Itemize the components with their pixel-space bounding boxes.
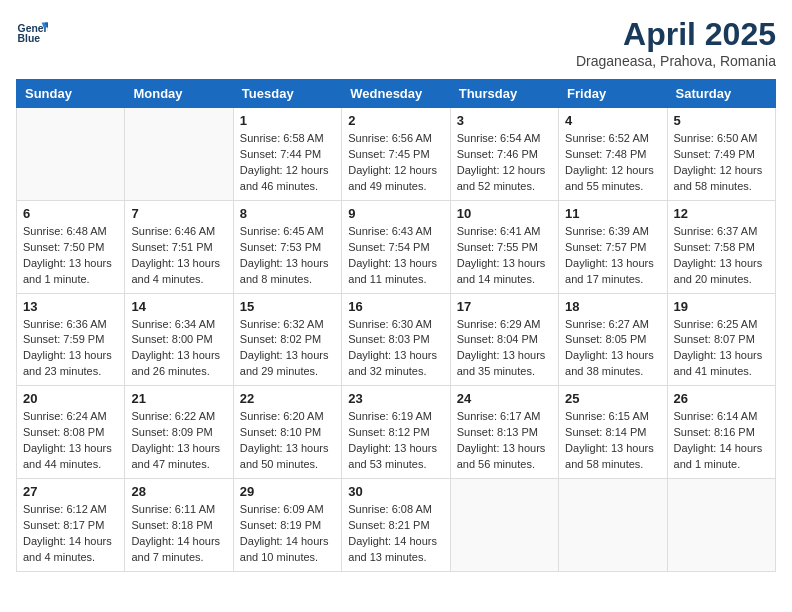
day-number: 26 (674, 391, 769, 406)
calendar-cell: 4Sunrise: 6:52 AM Sunset: 7:48 PM Daylig… (559, 108, 667, 201)
day-info: Sunrise: 6:14 AM Sunset: 8:16 PM Dayligh… (674, 409, 769, 473)
day-info: Sunrise: 6:34 AM Sunset: 8:00 PM Dayligh… (131, 317, 226, 381)
calendar-cell: 14Sunrise: 6:34 AM Sunset: 8:00 PM Dayli… (125, 293, 233, 386)
calendar-cell: 26Sunrise: 6:14 AM Sunset: 8:16 PM Dayli… (667, 386, 775, 479)
title-block: April 2025 Draganeasa, Prahova, Romania (576, 16, 776, 69)
calendar-cell: 17Sunrise: 6:29 AM Sunset: 8:04 PM Dayli… (450, 293, 558, 386)
day-number: 2 (348, 113, 443, 128)
logo: General Blue (16, 16, 48, 48)
day-number: 15 (240, 299, 335, 314)
day-number: 19 (674, 299, 769, 314)
day-number: 30 (348, 484, 443, 499)
col-sunday: Sunday (17, 80, 125, 108)
day-number: 23 (348, 391, 443, 406)
calendar-cell (17, 108, 125, 201)
calendar-cell: 23Sunrise: 6:19 AM Sunset: 8:12 PM Dayli… (342, 386, 450, 479)
calendar-cell: 28Sunrise: 6:11 AM Sunset: 8:18 PM Dayli… (125, 479, 233, 572)
day-info: Sunrise: 6:56 AM Sunset: 7:45 PM Dayligh… (348, 131, 443, 195)
calendar-cell: 6Sunrise: 6:48 AM Sunset: 7:50 PM Daylig… (17, 200, 125, 293)
day-info: Sunrise: 6:32 AM Sunset: 8:02 PM Dayligh… (240, 317, 335, 381)
day-info: Sunrise: 6:25 AM Sunset: 8:07 PM Dayligh… (674, 317, 769, 381)
day-number: 12 (674, 206, 769, 221)
calendar-cell: 30Sunrise: 6:08 AM Sunset: 8:21 PM Dayli… (342, 479, 450, 572)
calendar-cell: 27Sunrise: 6:12 AM Sunset: 8:17 PM Dayli… (17, 479, 125, 572)
day-info: Sunrise: 6:09 AM Sunset: 8:19 PM Dayligh… (240, 502, 335, 566)
calendar-cell: 11Sunrise: 6:39 AM Sunset: 7:57 PM Dayli… (559, 200, 667, 293)
svg-text:Blue: Blue (18, 33, 41, 44)
day-number: 10 (457, 206, 552, 221)
day-number: 1 (240, 113, 335, 128)
calendar-cell: 3Sunrise: 6:54 AM Sunset: 7:46 PM Daylig… (450, 108, 558, 201)
day-number: 16 (348, 299, 443, 314)
calendar-cell: 19Sunrise: 6:25 AM Sunset: 8:07 PM Dayli… (667, 293, 775, 386)
day-info: Sunrise: 6:24 AM Sunset: 8:08 PM Dayligh… (23, 409, 118, 473)
page-header: General Blue April 2025 Draganeasa, Prah… (16, 16, 776, 69)
day-number: 21 (131, 391, 226, 406)
month-title: April 2025 (576, 16, 776, 53)
day-info: Sunrise: 6:36 AM Sunset: 7:59 PM Dayligh… (23, 317, 118, 381)
week-row-2: 6Sunrise: 6:48 AM Sunset: 7:50 PM Daylig… (17, 200, 776, 293)
day-number: 7 (131, 206, 226, 221)
calendar-cell: 12Sunrise: 6:37 AM Sunset: 7:58 PM Dayli… (667, 200, 775, 293)
calendar-cell: 21Sunrise: 6:22 AM Sunset: 8:09 PM Dayli… (125, 386, 233, 479)
calendar-cell: 9Sunrise: 6:43 AM Sunset: 7:54 PM Daylig… (342, 200, 450, 293)
day-number: 24 (457, 391, 552, 406)
location: Draganeasa, Prahova, Romania (576, 53, 776, 69)
logo-icon: General Blue (16, 16, 48, 48)
day-info: Sunrise: 6:58 AM Sunset: 7:44 PM Dayligh… (240, 131, 335, 195)
day-number: 9 (348, 206, 443, 221)
day-info: Sunrise: 6:11 AM Sunset: 8:18 PM Dayligh… (131, 502, 226, 566)
calendar-cell: 5Sunrise: 6:50 AM Sunset: 7:49 PM Daylig… (667, 108, 775, 201)
day-info: Sunrise: 6:46 AM Sunset: 7:51 PM Dayligh… (131, 224, 226, 288)
day-info: Sunrise: 6:39 AM Sunset: 7:57 PM Dayligh… (565, 224, 660, 288)
day-info: Sunrise: 6:15 AM Sunset: 8:14 PM Dayligh… (565, 409, 660, 473)
day-number: 3 (457, 113, 552, 128)
week-row-4: 20Sunrise: 6:24 AM Sunset: 8:08 PM Dayli… (17, 386, 776, 479)
calendar-cell: 18Sunrise: 6:27 AM Sunset: 8:05 PM Dayli… (559, 293, 667, 386)
col-thursday: Thursday (450, 80, 558, 108)
calendar-table: Sunday Monday Tuesday Wednesday Thursday… (16, 79, 776, 572)
day-number: 4 (565, 113, 660, 128)
day-info: Sunrise: 6:52 AM Sunset: 7:48 PM Dayligh… (565, 131, 660, 195)
calendar-cell (125, 108, 233, 201)
day-number: 27 (23, 484, 118, 499)
calendar-cell: 25Sunrise: 6:15 AM Sunset: 8:14 PM Dayli… (559, 386, 667, 479)
calendar-cell: 1Sunrise: 6:58 AM Sunset: 7:44 PM Daylig… (233, 108, 341, 201)
day-info: Sunrise: 6:20 AM Sunset: 8:10 PM Dayligh… (240, 409, 335, 473)
calendar-cell: 2Sunrise: 6:56 AM Sunset: 7:45 PM Daylig… (342, 108, 450, 201)
day-info: Sunrise: 6:19 AM Sunset: 8:12 PM Dayligh… (348, 409, 443, 473)
col-saturday: Saturday (667, 80, 775, 108)
calendar-cell: 16Sunrise: 6:30 AM Sunset: 8:03 PM Dayli… (342, 293, 450, 386)
calendar-cell (559, 479, 667, 572)
day-number: 17 (457, 299, 552, 314)
day-info: Sunrise: 6:22 AM Sunset: 8:09 PM Dayligh… (131, 409, 226, 473)
day-info: Sunrise: 6:50 AM Sunset: 7:49 PM Dayligh… (674, 131, 769, 195)
calendar-cell (450, 479, 558, 572)
calendar-cell: 29Sunrise: 6:09 AM Sunset: 8:19 PM Dayli… (233, 479, 341, 572)
col-monday: Monday (125, 80, 233, 108)
day-info: Sunrise: 6:45 AM Sunset: 7:53 PM Dayligh… (240, 224, 335, 288)
calendar-cell: 13Sunrise: 6:36 AM Sunset: 7:59 PM Dayli… (17, 293, 125, 386)
day-number: 25 (565, 391, 660, 406)
calendar-cell (667, 479, 775, 572)
day-info: Sunrise: 6:37 AM Sunset: 7:58 PM Dayligh… (674, 224, 769, 288)
day-number: 6 (23, 206, 118, 221)
day-number: 14 (131, 299, 226, 314)
day-number: 22 (240, 391, 335, 406)
day-info: Sunrise: 6:29 AM Sunset: 8:04 PM Dayligh… (457, 317, 552, 381)
day-number: 8 (240, 206, 335, 221)
day-info: Sunrise: 6:27 AM Sunset: 8:05 PM Dayligh… (565, 317, 660, 381)
day-info: Sunrise: 6:43 AM Sunset: 7:54 PM Dayligh… (348, 224, 443, 288)
day-info: Sunrise: 6:08 AM Sunset: 8:21 PM Dayligh… (348, 502, 443, 566)
col-wednesday: Wednesday (342, 80, 450, 108)
day-info: Sunrise: 6:12 AM Sunset: 8:17 PM Dayligh… (23, 502, 118, 566)
week-row-3: 13Sunrise: 6:36 AM Sunset: 7:59 PM Dayli… (17, 293, 776, 386)
day-number: 29 (240, 484, 335, 499)
week-row-5: 27Sunrise: 6:12 AM Sunset: 8:17 PM Dayli… (17, 479, 776, 572)
calendar-cell: 20Sunrise: 6:24 AM Sunset: 8:08 PM Dayli… (17, 386, 125, 479)
col-tuesday: Tuesday (233, 80, 341, 108)
day-number: 5 (674, 113, 769, 128)
calendar-cell: 24Sunrise: 6:17 AM Sunset: 8:13 PM Dayli… (450, 386, 558, 479)
day-info: Sunrise: 6:54 AM Sunset: 7:46 PM Dayligh… (457, 131, 552, 195)
col-friday: Friday (559, 80, 667, 108)
